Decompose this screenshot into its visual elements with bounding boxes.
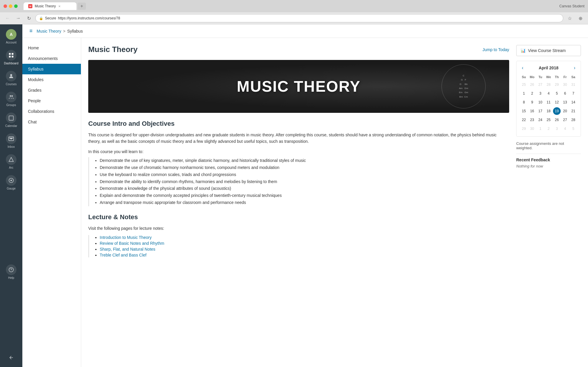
help-icon [6,264,16,275]
course-nav-home[interactable]: Home [22,43,81,53]
calendar-day[interactable]: 28 [569,116,577,124]
course-nav-collaborations[interactable]: Collaborations [22,106,81,117]
calendar-day[interactable]: 2 [528,90,536,97]
calendar-grid: SuMoTuWeThFrSa25262728293031123456789101… [520,74,577,133]
forward-button[interactable]: → [14,14,22,22]
collapse-nav-button[interactable] [5,351,17,365]
calendar-day[interactable]: 1 [537,125,544,133]
calendar-month-year: April 2018 [539,66,559,70]
calendar-day[interactable]: 29 [553,81,561,88]
page-title: Music Theory [88,45,138,54]
assignments-not-weighted: Course assignments are not weighted. [516,141,581,150]
calendar-day[interactable]: 3 [537,90,544,97]
calendar-day[interactable]: 14 [569,98,577,106]
calendar-day[interactable]: 11 [545,98,552,106]
calendar-day[interactable]: 26 [553,116,561,124]
course-nav-modules[interactable]: Modules [22,74,81,85]
calendar-day[interactable]: 5 [569,125,577,133]
sidebar-item-gauge[interactable]: Gauge [1,173,21,192]
calendar-day[interactable]: 10 [537,98,544,106]
calendar-day[interactable]: 26 [528,81,536,88]
close-button[interactable] [4,4,7,8]
sidebar-item-courses[interactable]: Courses [1,68,21,88]
calendar-day[interactable]: 15 [520,107,528,115]
maximize-button[interactable] [14,4,18,8]
breadcrumb-course-link[interactable]: Music Theory [37,29,61,33]
lecture-link[interactable]: Sharp, Flat, and Natural Notes [100,247,155,252]
help-label: Help [8,276,14,279]
calendar-day[interactable]: 2 [545,125,552,133]
calendar-day[interactable]: 22 [520,116,528,124]
sidebar-item-help[interactable]: Help [1,262,21,282]
calendar-day[interactable]: 4 [545,90,552,97]
dashboard-label: Dashboard [4,62,19,65]
back-button[interactable]: ← [4,14,12,22]
jump-to-today-link[interactable]: Jump to Today [482,47,509,52]
lecture-link[interactable]: Treble Clef and Bass Clef [100,253,146,257]
calendar-label: Calendar [5,124,17,128]
calendar-day[interactable]: 5 [553,90,561,97]
calendar-prev-button[interactable]: ‹ [520,65,525,71]
objective-item: Demonstrate the use of chromatic harmony… [100,164,509,171]
calendar-day[interactable]: 9 [528,98,536,106]
calendar-day[interactable]: 30 [528,125,536,133]
refresh-button[interactable]: ↻ [25,14,33,22]
lecture-link[interactable]: Introduction to Music Theory [100,235,151,240]
svg-rect-1 [12,53,14,55]
calendar-day[interactable]: 7 [569,90,577,97]
zoom-button[interactable]: ⊕ [576,14,584,22]
calendar-day[interactable]: 25 [545,116,552,124]
menu-icon[interactable]: ≡ [29,28,33,34]
calendar-day[interactable]: 12 [553,98,561,106]
calendar-day[interactable]: 21 [569,107,577,115]
calendar-day[interactable]: 17 [537,107,544,115]
calendar-day[interactable]: 18 [545,107,552,115]
course-nav-chat[interactable]: Chat [22,117,81,127]
course-nav-announcements[interactable]: Announcements [22,53,81,64]
sidebar-item-groups[interactable]: Groups [1,89,21,109]
svg-point-5 [10,95,11,97]
course-banner: MUSIC THEORY CG FD BbAm DmEm GmBm Cm [88,60,509,113]
gauge-label: Gauge [7,187,16,190]
calendar-day[interactable]: 31 [569,81,577,88]
calendar-day[interactable]: 4 [561,125,569,133]
sidebar-item-inbox[interactable]: Inbox [1,131,21,151]
course-nav-syllabus[interactable]: Syllabus [22,64,81,74]
calendar-day[interactable]: 3 [553,125,561,133]
content-sidebar: 📊 View Course Stream ‹ April 2018 › SuMo… [516,45,581,259]
sidebar-item-account[interactable]: A Account [1,27,21,46]
calendar-day[interactable]: 28 [545,81,552,88]
calendar-day[interactable]: 13 [561,98,569,106]
new-tab-button[interactable]: + [78,3,86,10]
view-course-stream-button[interactable]: 📊 View Course Stream [516,45,581,56]
course-nav-people[interactable]: People [22,95,81,106]
dashboard-icon [6,50,16,61]
calendar-day[interactable]: 27 [537,81,544,88]
sidebar-item-arc[interactable]: Arc [1,152,21,172]
calendar-day[interactable]: 25 [520,81,528,88]
calendar-day[interactable]: 19 [553,107,561,115]
calendar-day[interactable]: 27 [561,116,569,124]
lecture-links-list: Introduction to Music TheoryReview of Ba… [88,235,509,257]
calendar-day[interactable]: 16 [528,107,536,115]
calendar-day[interactable]: 23 [528,116,536,124]
calendar-day[interactable]: 24 [537,116,544,124]
tab-close-icon[interactable]: ✕ [58,5,61,8]
calendar-day[interactable]: 20 [561,107,569,115]
course-nav-grades[interactable]: Grades [22,85,81,95]
calendar-next-button[interactable]: › [572,65,577,71]
user-label: Canvas Student [559,4,584,8]
active-tab[interactable]: M Music Theory ✕ [24,2,76,10]
address-bar[interactable]: 🔒 Secure https://lyons.instructure.com/c… [35,14,563,22]
minimize-button[interactable] [9,4,12,8]
calendar-day[interactable]: 6 [561,90,569,97]
sidebar-item-dashboard[interactable]: Dashboard [1,48,21,67]
calendar-day[interactable]: 29 [520,125,528,133]
sidebar-item-calendar[interactable]: Calendar [1,110,21,130]
global-nav: A Account Dashboard Courses Groups [0,24,22,367]
calendar-day[interactable]: 8 [520,98,528,106]
calendar-day[interactable]: 30 [561,81,569,88]
calendar-day[interactable]: 1 [520,90,528,97]
lecture-link[interactable]: Review of Basic Notes and Rhythm [100,241,164,246]
bookmark-button[interactable]: ☆ [566,14,574,22]
